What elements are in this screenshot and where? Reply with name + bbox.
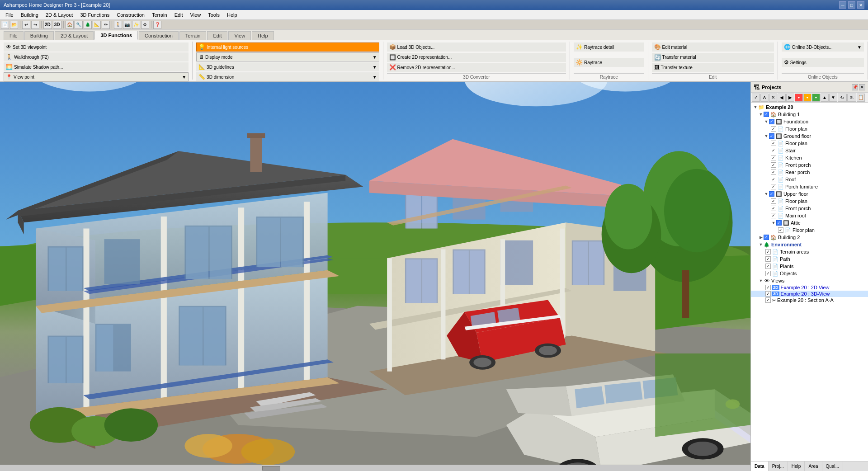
gf-toggle[interactable]: ▼ (764, 133, 769, 139)
tree-view-section[interactable]: ✂ Example 20 : Section A-A (751, 297, 868, 303)
tab-edit[interactable]: Edit (207, 31, 227, 40)
tree-rear-porch[interactable]: 📄 Rear porch (751, 169, 868, 176)
tree-building2[interactable]: ▶ 🏠 Building 2 (751, 234, 868, 241)
3d-button[interactable]: 3D (53, 21, 61, 29)
tab-construction[interactable]: Construction (139, 31, 179, 40)
display-mode-btn[interactable]: 🖥 Display mode ▼ (196, 52, 379, 61)
tree-objects[interactable]: 📄 Objects (751, 270, 868, 277)
pt-delete-btn[interactable]: ✕ (769, 94, 777, 102)
remove-2d-repr-btn[interactable]: ❌ Remove 2D-representation... (387, 63, 566, 72)
roof-checkbox[interactable] (771, 177, 776, 182)
tb-btn-walk[interactable]: 🚶 (114, 21, 122, 29)
walkthrough-btn[interactable]: 🚶 Walkthrough (F2) (4, 52, 189, 61)
pt-forward-btn[interactable]: ▶ (786, 94, 794, 102)
3d-dimension-btn[interactable]: 📏 3D dimension ▼ (196, 72, 379, 81)
menu-help[interactable]: Help (223, 11, 241, 19)
pt-st-btn[interactable]: St (847, 94, 856, 102)
tree-floor-plan-f[interactable]: 📄 Floor plan (751, 125, 868, 132)
tb-btn-cam[interactable]: 📷 (123, 21, 131, 29)
tree-terrain[interactable]: 📄 Terrain areas (751, 248, 868, 255)
rp-tab-data[interactable]: Data (751, 462, 769, 471)
menu-3d-functions[interactable]: 3D Functions (76, 11, 113, 19)
pt-yellow-btn[interactable]: ● (803, 94, 811, 102)
set-3d-viewpoint-btn[interactable]: 👁 Set 3D viewpoint (4, 42, 189, 52)
tree-stair[interactable]: 📄 Stair (751, 147, 868, 154)
pt-new-btn[interactable]: 📋 (857, 94, 865, 102)
root-toggle[interactable]: ▼ (753, 104, 758, 110)
tab-file[interactable]: File (4, 31, 24, 40)
maximize-button[interactable]: □ (848, 1, 855, 9)
tree-path[interactable]: 📄 Path (751, 255, 868, 263)
attic-checkbox[interactable] (776, 220, 782, 226)
pfurn-checkbox[interactable] (771, 184, 776, 189)
tree-floor-plan-a[interactable]: 📄 Floor plan (751, 226, 868, 234)
tree-attic[interactable]: ▼ 🔲 Attic (751, 219, 868, 226)
raytrace-detail-btn[interactable]: ✨ Raytrace detail (574, 42, 644, 52)
plants-checkbox[interactable] (765, 264, 771, 269)
tree-view-2d[interactable]: 2D Example 20 : 2D View (751, 284, 868, 291)
menu-2d-layout[interactable]: 2D & Layout (42, 11, 77, 19)
tree-ground-floor[interactable]: ▼ 🔲 Ground floor (751, 132, 868, 140)
minimize-button[interactable]: ─ (839, 1, 846, 9)
b2-checkbox[interactable] (764, 235, 769, 240)
pt-green-btn[interactable]: ● (812, 94, 820, 102)
tree-views[interactable]: ▼ 👁 Views (751, 277, 868, 284)
rp-tab-qual[interactable]: Qual... (822, 462, 843, 471)
attic-toggle[interactable]: ▼ (771, 220, 776, 226)
tree-upper-floor[interactable]: ▼ 🔲 Upper floor (751, 190, 868, 198)
pt-up-btn[interactable]: ▲ (821, 94, 829, 102)
tab-building[interactable]: Building (24, 31, 54, 40)
views-toggle[interactable]: ▼ (758, 278, 764, 283)
open-button[interactable]: 📂 (10, 21, 18, 29)
menu-tools[interactable]: Tools (204, 11, 223, 19)
tab-terrain[interactable]: Terrain (179, 31, 207, 40)
close-button[interactable]: ✕ (857, 1, 864, 9)
scroll-thumb[interactable] (262, 466, 280, 471)
uf-checkbox[interactable] (769, 191, 774, 197)
objects-checkbox[interactable] (765, 271, 771, 276)
tree-building1[interactable]: ▼ 🏠 Building 1 (751, 111, 868, 118)
tab-help[interactable]: Help (252, 31, 274, 40)
rp-tab-proj[interactable]: Proj... (769, 462, 788, 471)
env-toggle[interactable]: ▼ (758, 242, 764, 247)
tb-btn-4[interactable]: 📐 (93, 21, 101, 29)
pt-check-btn[interactable]: ✓ (752, 94, 760, 102)
tree-foundation[interactable]: ▼ 🔲 Foundation (751, 118, 868, 125)
found-toggle[interactable]: ▼ (764, 119, 769, 124)
b1-toggle[interactable]: ▼ (758, 112, 764, 117)
tb-btn-5[interactable]: ✏ (102, 21, 110, 29)
pt-red-btn[interactable]: ● (795, 94, 803, 102)
tree-front-porch-u[interactable]: 📄 Front porch (751, 205, 868, 212)
stair-checkbox[interactable] (771, 148, 776, 153)
tree-view-3d[interactable]: 3D Example 20 : 3D-View (751, 291, 868, 297)
fporch-checkbox[interactable] (771, 162, 776, 168)
new-button[interactable]: 📄 (1, 21, 9, 29)
tree-plants[interactable]: 📄 Plants (751, 263, 868, 270)
tab-3d-functions[interactable]: 3D Functions (94, 31, 138, 40)
mroof-checkbox[interactable] (771, 213, 776, 218)
found-checkbox[interactable] (769, 119, 774, 124)
tab-view[interactable]: View (228, 31, 251, 40)
vsec-checkbox[interactable] (765, 297, 771, 303)
tree-floor-plan-g[interactable]: 📄 Floor plan (751, 140, 868, 147)
transfer-material-btn[interactable]: 🔄 Transfer material (652, 53, 774, 62)
menu-view[interactable]: View (187, 11, 205, 19)
menu-terrain[interactable]: Terrain (148, 11, 171, 19)
pt-name-btn[interactable]: A (760, 94, 769, 102)
tab-2d-layout[interactable]: 2D & Layout (55, 31, 94, 40)
tb-btn-2[interactable]: 🔧 (75, 21, 83, 29)
tb-btn-1[interactable]: 🏠 (66, 21, 74, 29)
fpg-checkbox[interactable] (771, 141, 776, 146)
tree-front-porch[interactable]: 📄 Front porch (751, 161, 868, 169)
kitchen-checkbox[interactable] (771, 155, 776, 160)
v3d-checkbox[interactable] (765, 291, 771, 297)
viewport-scrollbar[interactable] (0, 465, 750, 471)
uf-toggle[interactable]: ▼ (764, 191, 769, 197)
internal-light-btn[interactable]: 💡 Internal light sources (196, 42, 379, 52)
tb-btn-ray[interactable]: ✨ (132, 21, 140, 29)
panel-pin-btn[interactable]: 📌 (852, 84, 858, 90)
panel-close-btn[interactable]: ✕ (859, 84, 865, 90)
pt-down-btn[interactable]: ▼ (829, 94, 837, 102)
terrain-checkbox[interactable] (765, 249, 771, 254)
tree-main-roof[interactable]: 📄 Main roof (751, 212, 868, 219)
